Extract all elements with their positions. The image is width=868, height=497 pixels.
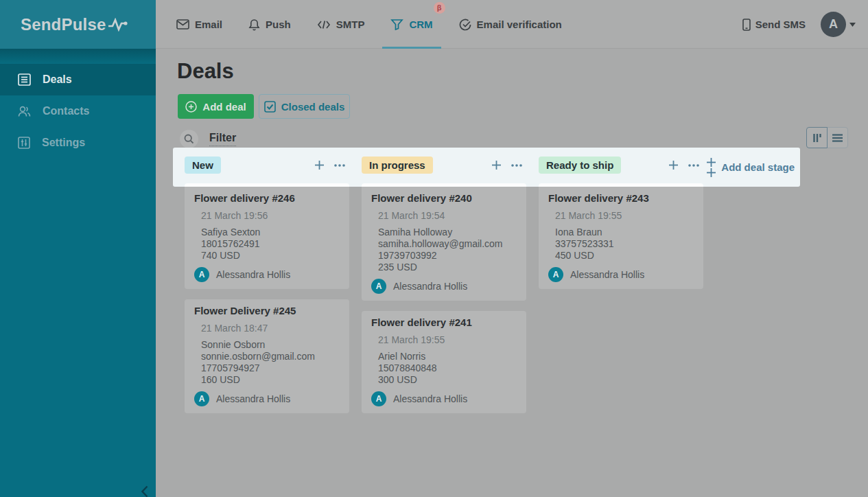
dots-icon	[511, 164, 522, 167]
chevron-left-icon	[141, 485, 148, 497]
plus-icon	[314, 160, 325, 170]
owner-name: Alessandra Hollis	[393, 281, 467, 292]
deal-contact-info: Samiha Hollowaysamiha.holloway@gmail.com…	[378, 227, 503, 273]
stage-header-new: New	[185, 156, 349, 174]
stage-column-ready-to-ship: Flower delivery #243 21 March 19:55 Iona…	[539, 187, 703, 289]
owner-avatar: A	[371, 279, 386, 294]
owner-avatar: A	[194, 267, 209, 282]
owner-name: Alessandra Hollis	[393, 393, 467, 404]
plus-icon	[706, 167, 716, 178]
stage-name-badge[interactable]: New	[185, 157, 221, 174]
list-view-icon	[832, 134, 843, 142]
owner-avatar: A	[371, 391, 386, 406]
filter-input[interactable]: Filter	[180, 130, 236, 148]
top-nav-item-smtp[interactable]: SMTP	[309, 0, 373, 49]
stage-menu-icon[interactable]	[334, 164, 345, 167]
deal-card[interactable]: Flower delivery #246 21 March 19:56 Safi…	[185, 187, 349, 289]
plus-icon	[668, 160, 679, 170]
dots-icon	[334, 164, 345, 167]
list-view-icon	[832, 134, 843, 142]
deal-date: 21 March 19:55	[555, 210, 622, 221]
deal-card[interactable]: Flower delivery #243 21 March 19:55 Iona…	[539, 187, 703, 289]
add-deal-button[interactable]: Add deal	[178, 94, 254, 119]
account-menu[interactable]: A	[821, 12, 856, 37]
deal-date: 21 March 18:47	[201, 323, 268, 334]
kanban-view-button[interactable]	[806, 127, 828, 148]
deal-card[interactable]: Flower Delivery #245 21 March 18:47 Sonn…	[185, 299, 349, 413]
kanban-view-icon	[812, 133, 822, 143]
stage-add-deal-icon[interactable]	[668, 160, 679, 170]
owner-avatar: A	[194, 391, 209, 406]
deal-title: Flower delivery #246	[194, 192, 340, 205]
stage-header-strip: Add deal stage New In progress Ready to …	[173, 148, 800, 187]
stage-add-deal-icon[interactable]	[491, 160, 502, 170]
deal-title: Flower Delivery #245	[194, 305, 340, 317]
verification-icon	[459, 19, 471, 31]
stage-header-ready-to-ship: Ready to ship	[539, 156, 703, 174]
send-sms-label: Send SMS	[755, 19, 806, 30]
sendpulse-logo[interactable]: SendPulse	[0, 0, 156, 49]
search-icon	[180, 130, 198, 148]
deal-date: 21 March 19:56	[201, 210, 268, 221]
stage-column-in-progress: Flower delivery #240 21 March 19:54 Sami…	[362, 187, 526, 413]
sidebar-nav: Deals Contacts Settings	[0, 49, 156, 159]
card-top-highlight	[539, 183, 703, 187]
kanban-view-icon	[812, 133, 822, 143]
settings-icon	[18, 137, 30, 149]
search-icon	[184, 134, 194, 144]
stage-menu-icon[interactable]	[511, 164, 522, 167]
deals-icon	[18, 73, 31, 86]
send-sms-button[interactable]: Send SMS	[742, 19, 806, 31]
deal-contact-info: Iona Braun33757523331450 USD	[555, 227, 614, 262]
owner-name: Alessandra Hollis	[216, 393, 290, 404]
deal-card[interactable]: Flower delivery #241 21 March 19:55 Arie…	[362, 311, 526, 413]
deal-card[interactable]: Flower delivery #240 21 March 19:54 Sami…	[362, 187, 526, 301]
contacts-icon	[18, 105, 31, 117]
add-deal-stage-label: Add deal stage	[721, 161, 795, 173]
deal-title: Flower delivery #240	[371, 192, 517, 205]
card-top-highlight	[362, 183, 526, 187]
plus-icon	[706, 157, 716, 178]
sidebar-item-deals[interactable]: Deals	[0, 64, 156, 95]
topbar-right: Send SMS A	[742, 0, 856, 49]
plus-circle-icon	[185, 101, 197, 113]
avatar: A	[821, 12, 846, 37]
pulse-icon	[108, 18, 128, 32]
owner-name: Alessandra Hollis	[570, 269, 644, 280]
sidebar-item-settings[interactable]: Settings	[0, 127, 156, 159]
stage-header-in-progress: In progress	[362, 156, 526, 174]
stage-name-badge[interactable]: Ready to ship	[539, 157, 621, 174]
closed-deals-label: Closed deals	[281, 101, 345, 113]
top-nav-item-email-verification[interactable]: Email verification	[451, 0, 570, 49]
deal-date: 21 March 19:54	[378, 210, 445, 221]
page-title: Deals	[177, 59, 234, 84]
stage-column-new: Flower delivery #246 21 March 19:56 Safi…	[185, 187, 349, 413]
deal-contact-info: Ariel Norris15078840848300 USD	[378, 351, 437, 386]
main-content: Deals Add deal Closed deals Filter Add d…	[156, 49, 868, 497]
card-top-highlight	[185, 183, 349, 187]
beta-badge: β	[434, 2, 445, 14]
list-view-button[interactable]	[827, 127, 848, 148]
plus-icon	[706, 157, 716, 167]
chevron-left-icon	[141, 485, 148, 497]
crm-icon	[390, 19, 403, 30]
add-deal-label: Add deal	[202, 101, 246, 113]
closed-deals-button[interactable]: Closed deals	[259, 94, 350, 119]
sidebar-collapse-button[interactable]	[136, 483, 154, 497]
add-deal-stage-button[interactable]: Add deal stage	[706, 148, 795, 187]
caret-down-icon	[849, 23, 856, 27]
top-nav-item-email[interactable]: Email	[168, 0, 231, 49]
brand-name: SendPulse	[21, 15, 106, 34]
crm-app: SendPulse Email Push SMTP CRM β Email ve…	[0, 0, 868, 497]
owner-name: Alessandra Hollis	[216, 269, 290, 280]
push-icon	[248, 19, 260, 31]
top-nav-item-push[interactable]: Push	[240, 0, 299, 49]
stage-name-badge[interactable]: In progress	[362, 157, 433, 174]
dots-icon	[688, 164, 699, 167]
deal-contact-info: Sonnie Osbornsonnie.osborn@gmail.com1770…	[201, 339, 315, 386]
pulse-icon	[108, 18, 128, 32]
stage-add-deal-icon[interactable]	[314, 160, 325, 170]
top-nav-item-crm[interactable]: CRM β	[382, 0, 441, 49]
stage-menu-icon[interactable]	[688, 164, 699, 167]
sidebar-item-contacts[interactable]: Contacts	[0, 95, 156, 127]
